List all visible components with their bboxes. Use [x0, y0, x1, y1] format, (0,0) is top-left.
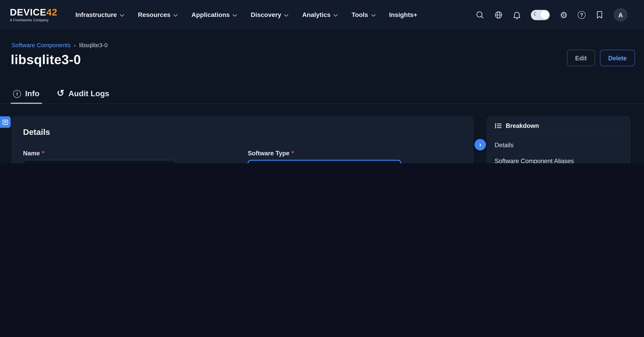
breakdown-list-icon	[495, 122, 502, 129]
side-panel-flag-button[interactable]	[0, 116, 11, 128]
logo-tagline: A Freshworks Company	[10, 18, 58, 22]
globe-icon[interactable]	[494, 10, 503, 19]
chevron-down-icon	[173, 14, 178, 16]
software-type-label: Software Type*	[248, 150, 294, 157]
nav-item-insights[interactable]: Insights+	[389, 11, 417, 18]
top-navbar: DEVICE42 A Freshworks Company Infrastruc…	[0, 0, 644, 30]
breakdown-panel: Breakdown Details Software Component Ali…	[487, 116, 630, 163]
tab-divider	[0, 104, 644, 104]
app-window: DEVICE42 A Freshworks Company Infrastruc…	[0, 0, 644, 163]
history-icon: ↺	[56, 89, 64, 98]
logo-brand: DEVICE	[10, 7, 46, 18]
breadcrumb-separator: ›	[74, 42, 76, 49]
breadcrumb-parent-link[interactable]: Software Components	[12, 42, 70, 49]
device42-logo[interactable]: DEVICE42 A Freshworks Company	[10, 8, 58, 22]
nav-item-discovery[interactable]: Discovery	[251, 11, 289, 18]
nav-item-analytics[interactable]: Analytics	[302, 11, 338, 18]
chevron-down-icon	[120, 14, 124, 16]
name-input[interactable]	[23, 160, 176, 163]
chevron-down-icon	[233, 14, 237, 16]
theme-toggle[interactable]: ☾	[531, 10, 550, 20]
tab-audit-logs[interactable]: ↺ Audit Logs	[54, 83, 112, 104]
name-label: Name*	[23, 150, 44, 157]
breakdown-header: Breakdown	[487, 117, 630, 134]
page-title: libsqlite3-0	[11, 52, 81, 67]
tab-info-label: Info	[25, 89, 40, 98]
details-heading: Details	[23, 127, 50, 137]
required-marker: *	[292, 150, 294, 157]
info-icon: i	[13, 90, 21, 98]
nav-item-resources[interactable]: Resources	[138, 11, 178, 18]
delete-button[interactable]: Delete	[600, 50, 635, 66]
breakdown-item-aliases[interactable]: Software Component Aliases	[487, 153, 630, 163]
bookmark-icon[interactable]	[595, 10, 604, 19]
chevron-down-icon	[333, 14, 338, 16]
nav-item-applications[interactable]: Applications	[192, 11, 237, 18]
tab-bar: i Info ↺ Audit Logs	[11, 83, 112, 104]
software-type-dropdown[interactable]: Prohibited	[248, 160, 401, 163]
logo-wordmark: DEVICE42	[10, 8, 58, 17]
toggle-knob	[540, 10, 549, 19]
user-avatar[interactable]: A	[614, 8, 628, 22]
breakdown-item-details[interactable]: Details	[487, 137, 630, 153]
nav-item-tools[interactable]: Tools	[352, 11, 376, 18]
chevron-down-icon	[284, 14, 289, 16]
help-icon[interactable]: ?	[578, 11, 586, 19]
breadcrumb: Software Components › libsqlite3-0	[12, 42, 108, 49]
tab-info[interactable]: i Info	[11, 83, 42, 104]
details-card: Details Name* License Model* Core Licens…	[12, 116, 473, 163]
breadcrumb-current: libsqlite3-0	[79, 42, 108, 49]
notifications-bell-icon[interactable]	[512, 10, 522, 19]
chevron-down-icon	[371, 14, 376, 16]
required-marker: *	[42, 150, 44, 157]
breakdown-list: Details Software Component Aliases Softw…	[487, 134, 630, 163]
search-icon[interactable]	[475, 10, 484, 19]
navbar-actions: ☾ ⚙ ? A	[475, 8, 628, 22]
main-menu: Infrastructure Resources Applications Di…	[75, 11, 417, 18]
logo-brand-accent: 42	[46, 7, 57, 18]
tab-audit-logs-label: Audit Logs	[68, 89, 109, 98]
settings-gear-icon[interactable]: ⚙	[559, 10, 568, 19]
edit-button[interactable]: Edit	[567, 50, 595, 66]
list-panel-icon	[2, 119, 8, 125]
sidebar-expand-button[interactable]: ›	[474, 139, 486, 151]
nav-item-infrastructure[interactable]: Infrastructure	[75, 11, 124, 18]
page-header-actions: Edit Delete	[567, 50, 635, 66]
moon-icon: ☾	[533, 11, 538, 17]
breakdown-title: Breakdown	[506, 122, 539, 129]
